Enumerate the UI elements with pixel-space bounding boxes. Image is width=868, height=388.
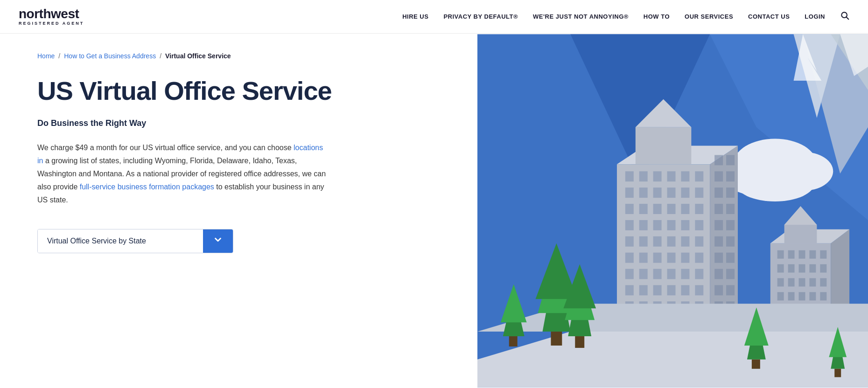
svg-rect-15 [625,171,634,181]
svg-rect-104 [788,250,795,259]
svg-rect-92 [726,285,735,295]
svg-rect-40 [639,236,648,247]
svg-rect-84 [726,220,735,230]
breadcrumb-home[interactable]: Home [37,52,55,60]
svg-rect-31 [681,204,689,214]
svg-rect-36 [667,220,676,230]
dropdown-button[interactable] [203,229,233,253]
svg-rect-82 [726,204,735,214]
svg-rect-108 [777,264,784,273]
nav-how-to[interactable]: HOW TO [644,13,670,20]
svg-rect-49 [681,253,689,263]
svg-rect-47 [653,253,662,263]
svg-rect-32 [695,204,703,214]
svg-rect-118 [777,292,784,300]
svg-rect-115 [799,278,805,286]
svg-rect-52 [639,269,648,279]
svg-rect-50 [695,253,703,263]
nav-annoying[interactable]: WE'RE JUST NOT ANNOYING® [533,13,629,20]
nav-login[interactable]: LOGIN [805,13,825,20]
svg-rect-150 [509,336,518,346]
svg-rect-27 [625,204,634,214]
svg-rect-19 [681,171,689,181]
dropdown-label: Virtual Office Service by State [38,229,203,253]
svg-rect-43 [681,236,689,247]
svg-rect-51 [625,269,634,279]
body-text-1: We charge $49 a month for our US virtual… [37,144,294,152]
breadcrumb: Home / How to Get a Business Address / V… [37,52,449,60]
logo-sub: REGISTERED AGENT [19,21,84,26]
svg-rect-116 [809,278,816,286]
svg-rect-55 [681,269,689,279]
svg-rect-121 [809,292,816,300]
logo[interactable]: northwest REGISTERED AGENT [19,7,84,26]
svg-rect-35 [653,220,662,230]
svg-rect-24 [667,187,676,198]
nav-contact-us[interactable]: CONTACT US [748,13,790,20]
svg-rect-54 [667,269,676,279]
svg-rect-38 [695,220,703,230]
breadcrumb-sep-1: / [58,52,60,60]
svg-rect-87 [714,253,723,263]
svg-rect-89 [714,269,723,279]
svg-rect-75 [714,155,723,165]
svg-rect-25 [681,187,689,198]
svg-rect-91 [714,285,723,295]
svg-rect-59 [653,285,662,295]
svg-rect-77 [714,171,723,181]
svg-rect-30 [667,204,676,214]
main-nav: HIRE US PRIVACY BY DEFAULT® WE'RE JUST N… [402,11,849,22]
svg-rect-23 [653,187,662,198]
breadcrumb-current: Virtual Office Service [165,52,231,60]
nav-hire-us[interactable]: HIRE US [402,13,428,20]
svg-rect-34 [639,220,648,230]
logo-brand-light: north [19,7,51,21]
chevron-down-icon [213,235,223,247]
svg-rect-57 [625,285,634,295]
svg-rect-20 [695,171,703,181]
svg-rect-46 [639,253,648,263]
svg-rect-110 [799,264,805,273]
svg-rect-122 [820,292,826,300]
svg-rect-62 [695,285,703,295]
svg-rect-37 [681,220,689,230]
logo-brand-bold: west [51,7,79,21]
svg-rect-78 [726,171,735,181]
hero-illustration [477,34,868,388]
svg-rect-117 [820,278,826,286]
svg-rect-101 [784,225,817,243]
svg-rect-28 [639,204,648,214]
svg-rect-76 [726,155,735,165]
svg-rect-86 [726,236,735,247]
svg-rect-107 [820,250,826,259]
svg-rect-61 [681,285,689,295]
svg-rect-112 [820,264,826,273]
svg-line-1 [847,17,849,20]
nav-privacy[interactable]: PRIVACY BY DEFAULT® [443,13,518,20]
svg-rect-58 [639,285,648,295]
svg-rect-120 [799,292,805,300]
svg-rect-56 [695,269,703,279]
body-link-2[interactable]: full-service business formation packages [80,183,214,191]
svg-rect-83 [714,220,723,230]
svg-rect-13 [636,127,692,165]
page-subtitle: Do Business the Right Way [37,118,449,128]
svg-rect-22 [639,187,648,198]
search-icon[interactable] [840,11,849,22]
svg-rect-26 [695,187,703,198]
svg-rect-17 [653,171,662,181]
site-header: northwest REGISTERED AGENT HIRE US PRIVA… [0,0,868,34]
breadcrumb-parent[interactable]: How to Get a Business Address [64,52,156,60]
page-body: We charge $49 a month for our US virtual… [37,141,327,207]
svg-rect-45 [625,253,634,263]
svg-rect-103 [777,250,784,259]
svg-rect-105 [799,250,805,259]
nav-our-services[interactable]: OUR SERVICES [685,13,733,20]
breadcrumb-sep-2: / [160,52,161,60]
svg-rect-16 [639,171,648,181]
svg-rect-90 [726,269,735,279]
svg-rect-85 [714,236,723,247]
svg-rect-81 [714,204,723,214]
svg-rect-106 [809,250,816,259]
svg-rect-114 [788,278,795,286]
